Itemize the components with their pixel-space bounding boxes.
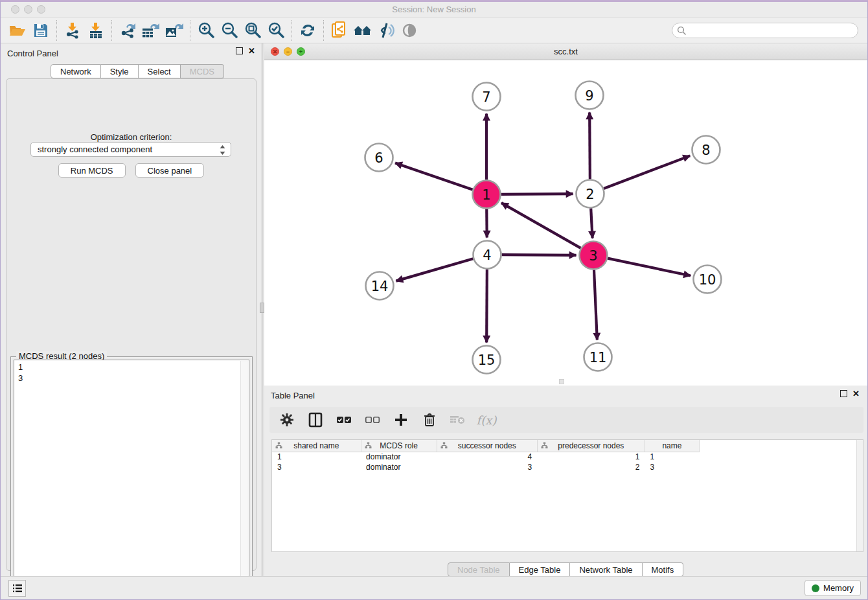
edge-3-1[interactable] bbox=[501, 203, 580, 248]
mcds-result-text[interactable]: 1 3 bbox=[14, 360, 249, 599]
list-icon bbox=[12, 584, 23, 593]
node-table: shared nameMCDS rolesuccessor nodesprede… bbox=[271, 439, 863, 552]
home-button[interactable] bbox=[351, 20, 374, 41]
tab-mcds[interactable]: MCDS bbox=[181, 64, 224, 78]
deselect-all-icon bbox=[365, 416, 380, 424]
tab-motifs[interactable]: Motifs bbox=[643, 562, 684, 577]
mcds-result-scrollbar[interactable] bbox=[240, 361, 248, 598]
zoom-selected-button[interactable] bbox=[264, 20, 288, 41]
node-11[interactable]: 11 bbox=[584, 343, 612, 371]
add-column-button[interactable] bbox=[391, 410, 411, 430]
show-panel-button[interactable] bbox=[398, 20, 421, 41]
export-image-button[interactable] bbox=[163, 20, 186, 41]
delete-button[interactable] bbox=[420, 410, 439, 430]
node-6[interactable]: 6 bbox=[365, 144, 393, 172]
table-row[interactable]: 1dominator411 bbox=[272, 452, 700, 462]
edge-2-3[interactable] bbox=[591, 208, 592, 238]
node-4[interactable]: 4 bbox=[474, 241, 501, 269]
table-scrollbar[interactable] bbox=[856, 440, 863, 551]
deselect-all-rows-button[interactable] bbox=[363, 410, 382, 430]
tab-select[interactable]: Select bbox=[139, 64, 181, 78]
hierarchy-icon bbox=[440, 442, 448, 449]
table-cell[interactable]: 3 bbox=[645, 462, 699, 472]
export-table-button[interactable] bbox=[139, 20, 163, 41]
table-cell[interactable]: 1 bbox=[645, 452, 699, 462]
table-row[interactable]: 3dominator323 bbox=[272, 462, 700, 472]
network-title: scc.txt bbox=[264, 47, 867, 56]
optimization-criterion-label: Optimization criterion: bbox=[6, 132, 256, 142]
close-panel-icon[interactable]: ✕ bbox=[248, 47, 255, 54]
node-table-grid[interactable]: shared nameMCDS rolesuccessor nodesprede… bbox=[272, 440, 700, 472]
table-cell[interactable]: 1 bbox=[272, 452, 361, 462]
memory-button[interactable]: Memory bbox=[805, 580, 861, 596]
zoom-fit-button[interactable] bbox=[241, 20, 264, 41]
open-session-button[interactable] bbox=[6, 20, 29, 41]
open-session-icon bbox=[9, 23, 26, 38]
table-cell[interactable]: 4 bbox=[437, 452, 537, 462]
tab-node-table[interactable]: Node Table bbox=[448, 562, 510, 577]
save-session-icon bbox=[34, 23, 48, 38]
node-10[interactable]: 10 bbox=[694, 266, 722, 294]
table-cell[interactable]: 2 bbox=[537, 462, 645, 472]
optimization-criterion-select[interactable]: strongly connected component bbox=[30, 142, 231, 157]
import-table-button[interactable] bbox=[84, 20, 108, 41]
table-settings-button[interactable] bbox=[277, 410, 297, 430]
node-14[interactable]: 14 bbox=[366, 272, 394, 300]
table-cell[interactable]: dominator bbox=[361, 462, 437, 472]
network-overview-button[interactable] bbox=[328, 20, 351, 41]
float-panel-icon[interactable] bbox=[236, 47, 243, 54]
edge-2-9[interactable] bbox=[589, 112, 590, 179]
tab-network-table[interactable]: Network Table bbox=[570, 562, 642, 577]
export-network-button[interactable] bbox=[116, 20, 139, 41]
edge-2-8[interactable] bbox=[604, 156, 690, 189]
network-canvas[interactable]: 7968124314101511 bbox=[264, 60, 867, 386]
tab-style[interactable]: Style bbox=[101, 64, 139, 78]
canvas-scroll-grip[interactable] bbox=[559, 379, 564, 384]
node-15[interactable]: 15 bbox=[473, 346, 501, 374]
column-header-shared-name[interactable]: shared name bbox=[272, 440, 361, 452]
float-table-panel-icon[interactable] bbox=[840, 390, 847, 397]
node-label: 6 bbox=[374, 150, 383, 166]
close-table-panel-icon[interactable]: ✕ bbox=[852, 390, 860, 397]
task-history-button[interactable] bbox=[8, 580, 26, 597]
save-session-button[interactable] bbox=[29, 20, 52, 41]
hierarchy-icon bbox=[275, 442, 282, 449]
node-9[interactable]: 9 bbox=[576, 82, 604, 110]
node-2[interactable]: 2 bbox=[577, 180, 604, 208]
node-label: 9 bbox=[585, 88, 593, 104]
edge-1-2[interactable] bbox=[501, 194, 573, 194]
search-input[interactable] bbox=[672, 23, 858, 38]
edge-4-14[interactable] bbox=[396, 259, 473, 281]
tab-network[interactable]: Network bbox=[51, 64, 101, 78]
column-header-successor-nodes[interactable]: successor nodes bbox=[437, 440, 537, 452]
close-panel-button[interactable]: Close panel bbox=[135, 163, 205, 178]
select-all-rows-button[interactable] bbox=[334, 410, 354, 430]
zoom-in-button[interactable] bbox=[194, 20, 218, 41]
edge-1-6[interactable] bbox=[395, 163, 473, 190]
zoom-out-button[interactable] bbox=[218, 20, 241, 41]
column-header-name[interactable]: name bbox=[645, 440, 699, 452]
table-cell[interactable]: 1 bbox=[537, 452, 645, 462]
hide-panel-button[interactable] bbox=[374, 20, 398, 41]
tab-edge-table[interactable]: Edge Table bbox=[510, 562, 571, 577]
table-cell[interactable]: dominator bbox=[361, 452, 437, 462]
table-cell[interactable]: 3 bbox=[437, 462, 537, 472]
edge-4-15[interactable] bbox=[486, 269, 487, 342]
node-7[interactable]: 7 bbox=[473, 83, 501, 111]
node-3[interactable]: 3 bbox=[580, 242, 608, 270]
run-mcds-button[interactable]: Run MCDS bbox=[58, 163, 126, 178]
column-header-predecessor-nodes[interactable]: predecessor nodes bbox=[537, 440, 645, 452]
column-header-MCDS-role[interactable]: MCDS role bbox=[361, 440, 437, 452]
node-1[interactable]: 1 bbox=[473, 181, 501, 209]
table-cell[interactable]: 3 bbox=[272, 462, 361, 472]
add-column-icon bbox=[394, 413, 407, 426]
show-columns-button[interactable] bbox=[306, 410, 325, 430]
refresh-button[interactable] bbox=[296, 20, 319, 41]
import-network-button[interactable] bbox=[61, 20, 84, 41]
edge-3-11[interactable] bbox=[594, 270, 597, 340]
node-8[interactable]: 8 bbox=[692, 136, 720, 164]
edge-3-10[interactable] bbox=[608, 259, 691, 276]
node-label: 11 bbox=[589, 350, 607, 365]
edge-4-3[interactable] bbox=[501, 255, 576, 255]
splitter-grip-icon[interactable] bbox=[260, 303, 264, 313]
